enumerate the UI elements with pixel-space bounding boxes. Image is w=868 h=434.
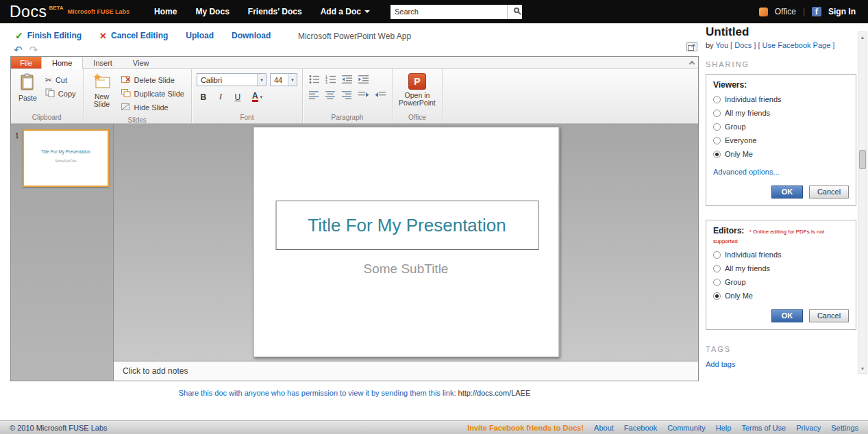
delete-slide-button[interactable]: Delete Slide <box>119 73 186 86</box>
ribbon-filler <box>443 69 698 123</box>
footer-link-privacy[interactable]: Privacy <box>796 424 821 432</box>
nav-item-friends-docs[interactable]: Friends' Docs <box>248 7 302 16</box>
footer-link-facebook[interactable]: Facebook <box>624 424 657 432</box>
office-label[interactable]: Office <box>775 7 796 16</box>
text-direction-rtl-button[interactable] <box>373 90 387 101</box>
editors-title: Editors: <box>713 226 744 235</box>
radio-icon-selected <box>713 151 721 158</box>
tab-insert[interactable]: Insert <box>83 57 123 68</box>
advanced-options-link[interactable]: Advanced options... <box>713 168 849 176</box>
font-size-value: 44 <box>271 74 288 86</box>
tags-header: TAGS <box>706 345 856 353</box>
ribbon-collapse-icon[interactable] <box>686 57 698 68</box>
topbar-divider: | <box>803 7 805 16</box>
fuse-labs-label: Microsoft FUSE Labs <box>68 8 130 15</box>
title-placeholder[interactable]: Title For My Presentation <box>275 201 538 250</box>
nav-item-add-a-doc[interactable]: Add a Doc <box>321 7 370 16</box>
tab-bar-filler <box>160 57 686 68</box>
byline-you-link[interactable]: You <box>715 41 728 49</box>
share-url[interactable]: http://docs.com/LAEE <box>458 389 531 397</box>
search-input[interactable] <box>390 5 507 19</box>
download-button[interactable]: Download <box>232 31 271 40</box>
viewers-radio-group[interactable]: Group <box>713 123 849 131</box>
popout-icon[interactable] <box>686 42 697 51</box>
viewers-radio-everyone[interactable]: Everyone <box>713 136 849 144</box>
paste-icon <box>19 73 36 92</box>
scroll-up-icon[interactable]: ▲ <box>858 32 867 42</box>
numbering-button[interactable]: 123 <box>324 74 338 85</box>
radio-icon <box>713 123 721 131</box>
editors-radio-group[interactable]: Group <box>713 278 849 286</box>
vertical-scrollbar[interactable]: ▲ ▼ <box>858 31 867 374</box>
align-right-button[interactable] <box>340 90 354 101</box>
viewers-cancel-button[interactable]: Cancel <box>809 186 849 199</box>
tab-view[interactable]: View <box>123 57 160 68</box>
viewers-radio-individual-friends[interactable]: Individual friends <box>713 95 849 103</box>
subtitle-placeholder[interactable]: Some SubTitle <box>253 261 558 277</box>
font-color-button[interactable]: A ▾ <box>252 92 262 102</box>
duplicate-slide-button[interactable]: Duplicate Slide <box>119 87 186 100</box>
nav-item-my-docs[interactable]: My Docs <box>195 7 229 16</box>
font-family-select[interactable]: Calibri ▾ <box>197 73 266 86</box>
hide-slide-button[interactable]: Hide Slide <box>119 101 186 114</box>
editors-radio-individual-friends[interactable]: Individual friends <box>713 251 849 259</box>
font-size-dropdown-icon: ▾ <box>288 74 297 86</box>
finish-editing-button[interactable]: Finish Editing <box>27 31 82 40</box>
scroll-down-icon[interactable]: ▼ <box>858 363 867 373</box>
paste-button[interactable]: Paste <box>16 72 40 103</box>
copy-button[interactable]: Copy <box>43 87 78 100</box>
viewers-buttons: OK Cancel <box>713 186 849 199</box>
editors-cancel-button[interactable]: Cancel <box>809 309 849 322</box>
undo-icon[interactable]: ↶ <box>14 44 23 55</box>
radio-icon-selected <box>713 292 721 300</box>
hide-slide-icon <box>121 103 131 112</box>
docs-logo[interactable]: Docs <box>10 3 47 21</box>
footer-link-help[interactable]: Help <box>716 424 732 432</box>
search-button[interactable] <box>507 5 522 19</box>
editors-radio-all-my-friends[interactable]: All my friends <box>713 264 849 272</box>
notes-area[interactable]: Click to add notes <box>114 361 698 381</box>
new-slide-button[interactable]: New Slide <box>88 72 116 110</box>
upload-button[interactable]: Upload <box>186 31 214 40</box>
radio-label: Group <box>725 278 746 286</box>
tab-home[interactable]: Home <box>41 57 83 69</box>
footer-link-community[interactable]: Community <box>667 424 706 432</box>
viewers-title: Viewers: <box>713 80 747 90</box>
slide-canvas[interactable]: Title For My Presentation Some SubTitle <box>253 127 559 357</box>
font-color-label: A <box>252 92 258 102</box>
paste-label: Paste <box>18 94 37 102</box>
nav-item-home[interactable]: Home <box>154 7 177 16</box>
viewers-radio-only-me[interactable]: Only Me <box>713 150 849 158</box>
text-direction-ltr-button[interactable] <box>357 90 371 101</box>
viewers-ok-button[interactable]: OK <box>771 186 803 199</box>
font-size-select[interactable]: 44 ▾ <box>270 73 297 86</box>
open-in-powerpoint-button[interactable]: P Open in PowerPoint <box>397 72 437 108</box>
bold-button[interactable]: B <box>197 90 210 103</box>
tab-file[interactable]: File <box>11 57 41 68</box>
increase-indent-button[interactable] <box>357 74 371 85</box>
font-family-dropdown-icon: ▾ <box>257 74 266 86</box>
align-center-button[interactable] <box>324 90 338 101</box>
underline-button[interactable]: U <box>231 90 245 103</box>
align-left-button[interactable] <box>308 90 321 101</box>
italic-button[interactable]: I <box>214 90 227 103</box>
redo-icon[interactable]: ↷ <box>29 44 38 55</box>
viewers-radio-all-my-friends[interactable]: All my friends <box>713 109 849 117</box>
byline-docs-link[interactable]: [ Docs ] <box>730 41 756 49</box>
scrollbar-thumb[interactable] <box>859 150 866 169</box>
byline: by You [ Docs ] [ Use Facebook Page ] <box>706 41 856 49</box>
bullets-button[interactable] <box>308 74 321 85</box>
decrease-indent-button[interactable] <box>340 74 354 85</box>
cut-button[interactable]: ✂ Cut <box>43 73 78 86</box>
editors-ok-button[interactable]: OK <box>771 309 803 322</box>
cancel-editing-button[interactable]: Cancel Editing <box>111 31 168 40</box>
invite-facebook-link[interactable]: Invite Facebook friends to Docs! <box>467 424 584 432</box>
footer-link-about[interactable]: About <box>594 424 614 432</box>
footer-link-terms[interactable]: Terms of Use <box>741 424 786 432</box>
footer-link-settings[interactable]: Settings <box>831 424 858 432</box>
add-tags-link[interactable]: Add tags <box>706 360 856 368</box>
sign-in-link[interactable]: Sign In <box>828 7 856 16</box>
byline-use-facebook-link[interactable]: [ Use Facebook Page ] <box>758 41 834 49</box>
slide-thumbnail-1[interactable]: Title For My Presentation SomeSubTitle <box>23 129 109 187</box>
editors-radio-only-me[interactable]: Only Me <box>713 292 849 300</box>
